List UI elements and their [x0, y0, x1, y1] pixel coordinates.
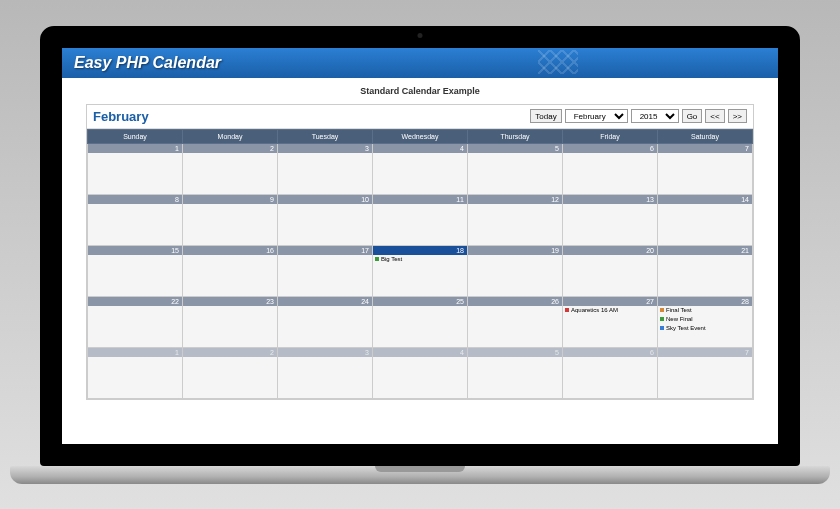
calendar-day-cell[interactable]: 14: [658, 194, 753, 245]
day-number: 14: [658, 195, 752, 204]
calendar-event[interactable]: Final Test: [658, 306, 752, 315]
day-header: Tuesday: [278, 129, 373, 143]
day-number: 27: [563, 297, 657, 306]
calendar-day-cell[interactable]: 4: [373, 143, 468, 194]
calendar-day-cell[interactable]: 24: [278, 296, 373, 347]
calendar-day-cell[interactable]: 7: [658, 347, 753, 398]
calendar-day-cell[interactable]: 10: [278, 194, 373, 245]
day-number: 5: [468, 144, 562, 153]
calendar-event[interactable]: Sky Test Event: [658, 324, 752, 333]
today-button[interactable]: Today: [530, 109, 561, 123]
go-button[interactable]: Go: [682, 109, 703, 123]
calendar-day-cell[interactable]: 18Big Test: [373, 245, 468, 296]
event-label: New Final: [666, 315, 693, 324]
calendar-day-cell[interactable]: 4: [373, 347, 468, 398]
day-header: Saturday: [658, 129, 753, 143]
calendar-day-cell[interactable]: 2: [183, 143, 278, 194]
day-number: 2: [183, 144, 277, 153]
calendar-event[interactable]: Aquaretics 16 AM: [563, 306, 657, 315]
calendar-day-cell[interactable]: 3: [278, 347, 373, 398]
calendar-day-cell[interactable]: 15: [88, 245, 183, 296]
month-select[interactable]: February: [565, 109, 628, 123]
day-number: 22: [88, 297, 182, 306]
calendar-day-cell[interactable]: 1: [88, 143, 183, 194]
calendar-week-row: 222324252627Aquaretics 16 AM28Final Test…: [88, 296, 753, 347]
page-title: Standard Calendar Example: [62, 78, 778, 100]
calendar-toolbar: February Today February 2015 Go << >>: [87, 105, 753, 129]
prev-button[interactable]: <<: [705, 109, 724, 123]
day-header: Thursday: [468, 129, 563, 143]
calendar-day-cell[interactable]: 19: [468, 245, 563, 296]
day-number: 26: [468, 297, 562, 306]
camera-icon: [418, 33, 423, 38]
next-button[interactable]: >>: [728, 109, 747, 123]
event-color-dot-icon: [660, 317, 664, 321]
day-header: Wednesday: [373, 129, 468, 143]
calendar-day-cell[interactable]: 13: [563, 194, 658, 245]
calendar-day-cell[interactable]: 1: [88, 347, 183, 398]
app-title: Easy PHP Calendar: [74, 54, 221, 71]
event-label: Final Test: [666, 306, 692, 315]
calendar-day-cell[interactable]: 27Aquaretics 16 AM: [563, 296, 658, 347]
calendar-day-cell[interactable]: 9: [183, 194, 278, 245]
event-color-dot-icon: [660, 308, 664, 312]
day-number: 11: [373, 195, 467, 204]
laptop-screen: Easy PHP Calendar Standard Calendar Exam…: [40, 26, 800, 466]
day-number: 5: [468, 348, 562, 357]
calendar-day-cell[interactable]: 6: [563, 347, 658, 398]
day-header-row: SundayMondayTuesdayWednesdayThursdayFrid…: [88, 129, 753, 143]
calendar-event[interactable]: New Final: [658, 315, 752, 324]
day-number: 7: [658, 348, 752, 357]
calendar-day-cell[interactable]: 12: [468, 194, 563, 245]
day-number: 16: [183, 246, 277, 255]
day-number: 3: [278, 144, 372, 153]
calendar-day-cell[interactable]: 25: [373, 296, 468, 347]
day-number: 28: [658, 297, 752, 306]
day-number: 12: [468, 195, 562, 204]
event-color-dot-icon: [565, 308, 569, 312]
event-color-dot-icon: [375, 257, 379, 261]
calendar-day-cell[interactable]: 5: [468, 143, 563, 194]
calendar-day-cell[interactable]: 28Final TestNew FinalSky Test Event: [658, 296, 753, 347]
calendar-week-row: 15161718Big Test192021: [88, 245, 753, 296]
day-number: 3: [278, 348, 372, 357]
laptop-base: [10, 466, 830, 484]
day-number: 21: [658, 246, 752, 255]
day-number: 10: [278, 195, 372, 204]
calendar-controls: Today February 2015 Go << >>: [530, 109, 747, 123]
event-color-dot-icon: [660, 326, 664, 330]
calendar-day-cell[interactable]: 2: [183, 347, 278, 398]
calendar-grid: SundayMondayTuesdayWednesdayThursdayFrid…: [87, 129, 753, 399]
day-number: 2: [183, 348, 277, 357]
app-window: Easy PHP Calendar Standard Calendar Exam…: [62, 48, 778, 444]
app-header: Easy PHP Calendar: [62, 48, 778, 78]
calendar-day-cell[interactable]: 3: [278, 143, 373, 194]
day-header: Sunday: [88, 129, 183, 143]
day-number: 15: [88, 246, 182, 255]
day-number: 18: [373, 246, 467, 255]
calendar-day-cell[interactable]: 7: [658, 143, 753, 194]
calendar-day-cell[interactable]: 17: [278, 245, 373, 296]
year-select[interactable]: 2015: [631, 109, 679, 123]
day-number: 6: [563, 144, 657, 153]
calendar: February Today February 2015 Go << >>: [86, 104, 754, 400]
calendar-day-cell[interactable]: 26: [468, 296, 563, 347]
month-label: February: [93, 109, 149, 124]
calendar-event[interactable]: Big Test: [373, 255, 467, 264]
day-number: 17: [278, 246, 372, 255]
day-number: 1: [88, 348, 182, 357]
calendar-day-cell[interactable]: 22: [88, 296, 183, 347]
calendar-day-cell[interactable]: 21: [658, 245, 753, 296]
calendar-day-cell[interactable]: 11: [373, 194, 468, 245]
calendar-day-cell[interactable]: 5: [468, 347, 563, 398]
calendar-day-cell[interactable]: 20: [563, 245, 658, 296]
day-number: 1: [88, 144, 182, 153]
calendar-day-cell[interactable]: 16: [183, 245, 278, 296]
event-label: Sky Test Event: [666, 324, 706, 333]
event-label: Aquaretics 16 AM: [571, 306, 618, 315]
calendar-week-row: 891011121314: [88, 194, 753, 245]
calendar-day-cell[interactable]: 23: [183, 296, 278, 347]
calendar-day-cell[interactable]: 8: [88, 194, 183, 245]
day-number: 24: [278, 297, 372, 306]
calendar-day-cell[interactable]: 6: [563, 143, 658, 194]
